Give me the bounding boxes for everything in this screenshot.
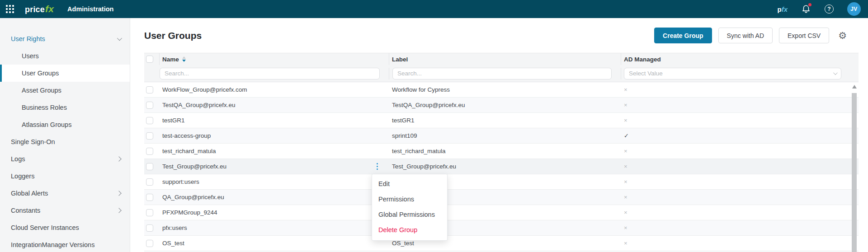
table-row[interactable]: WorkFlow_Group@pricefx.com Workflow for … <box>144 82 859 98</box>
table-row[interactable]: TestQA_Group@pricefx.eu TestQA_Group@pri… <box>144 98 859 113</box>
column-header-ad-managed[interactable]: AD Managed <box>621 56 859 63</box>
pfx-partition-icon[interactable]: pfx <box>777 5 788 13</box>
context-menu-item-global-permissions[interactable]: Global Permissions <box>372 207 447 222</box>
column-header-label-label: Label <box>392 56 408 63</box>
sidebar-item-cloud-server-instances[interactable]: Cloud Server Instances <box>0 219 130 236</box>
table-row[interactable]: PFXPMGroup_9244 × <box>144 205 859 220</box>
group-label-cell: TestQA_Group@pricefx.eu <box>392 102 465 108</box>
table-row[interactable]: test-access-group sprint109 ✓ <box>144 128 859 144</box>
ad-managed-cell: × <box>624 178 627 185</box>
sidebar-item-loggers[interactable]: Loggers <box>0 168 130 185</box>
table-row[interactable]: QA_Group@pricefx.eu × <box>144 190 859 205</box>
context-menu-item-edit[interactable]: Edit <box>372 176 447 191</box>
ad-managed-cell: × <box>624 194 627 201</box>
ad-managed-cell: ✓ <box>624 132 629 139</box>
name-filter-input[interactable] <box>160 68 380 79</box>
vertical-scrollbar[interactable] <box>851 83 858 252</box>
notifications-bell-icon[interactable] <box>801 4 811 14</box>
row-checkbox[interactable] <box>146 102 153 109</box>
context-menu-item-permissions[interactable]: Permissions <box>372 191 447 207</box>
select-all-checkbox[interactable] <box>146 56 153 63</box>
row-checkbox[interactable] <box>146 132 153 140</box>
logo-fx-text: fx <box>45 4 54 14</box>
row-checkbox[interactable] <box>146 148 153 155</box>
create-group-button[interactable]: Create Group <box>654 28 712 43</box>
group-name-cell: support:users <box>162 178 199 185</box>
sidebar-item-label: Atlassian Groups <box>22 121 71 128</box>
sidebar-item-label: User Groups <box>22 70 59 77</box>
user-groups-table: Name Label AD Managed <box>144 53 859 252</box>
sidebar-item-atlassian-groups[interactable]: Atlassian Groups <box>0 116 130 133</box>
sidebar-item-label: Business Roles <box>22 104 67 111</box>
select-placeholder: Select Value <box>629 70 663 77</box>
pfx-p: p <box>777 5 781 13</box>
group-label-cell: Workflow for Cypress <box>392 86 450 93</box>
sidebar-item-label: Cloud Server Instances <box>11 224 79 231</box>
sidebar-item-label: User Rights <box>11 35 45 42</box>
main-content: User Groups Create Group Sync with AD Ex… <box>130 18 868 252</box>
apps-grid-icon[interactable] <box>6 5 14 13</box>
group-name-cell: pfx:users <box>162 224 187 231</box>
table-row[interactable]: Test_Group@pricefx.eu Test_Group@pricefx… <box>144 159 859 174</box>
group-name-cell: TestQA_Group@pricefx.eu <box>162 102 236 108</box>
sync-with-ad-button[interactable]: Sync with AD <box>718 28 773 43</box>
chevron-icon <box>116 156 121 161</box>
row-actions-kebab-icon[interactable] <box>375 162 380 172</box>
pricefx-logo[interactable]: pricefx <box>25 4 54 14</box>
chevron-icon <box>116 191 121 196</box>
group-name-cell: PFXPMGroup_9244 <box>162 209 217 216</box>
sidebar-item-constants[interactable]: Constants <box>0 202 130 219</box>
sidebar-item-logs[interactable]: Logs <box>0 150 130 168</box>
group-label-cell: test_richard_matula <box>392 148 446 154</box>
header-checkbox-cell <box>144 53 160 65</box>
export-csv-button[interactable]: Export CSV <box>779 28 829 43</box>
table-row[interactable]: pfx:users × <box>144 220 859 236</box>
sidebar-item-label: IntegrationManager Versions <box>11 241 94 248</box>
sidebar-item-user-groups[interactable]: User Groups <box>0 65 130 82</box>
sort-icon[interactable] <box>182 56 186 62</box>
label-filter-input[interactable] <box>392 68 612 79</box>
context-menu-item-delete-group[interactable]: Delete Group <box>372 222 447 238</box>
top-navigation-bar: pricefx Administration pfx ? JV <box>0 0 868 18</box>
ad-managed-cell: × <box>624 102 627 108</box>
column-header-label[interactable]: Label <box>389 53 621 65</box>
row-checkbox[interactable] <box>146 86 153 93</box>
sidebar-item-user-rights[interactable]: User Rights <box>0 30 130 47</box>
sidebar-item-business-roles[interactable]: Business Roles <box>0 99 130 116</box>
settings-gear-icon[interactable]: ⚙ <box>838 31 847 40</box>
scroll-up-arrow-icon[interactable] <box>852 85 857 89</box>
scrollbar-thumb[interactable] <box>852 93 857 252</box>
help-icon[interactable]: ? <box>825 5 834 14</box>
ad-managed-filter-select[interactable]: Select Value <box>624 68 841 79</box>
ad-managed-cell: × <box>624 163 627 170</box>
column-header-name[interactable]: Name <box>160 53 389 65</box>
group-label-cell: sprint109 <box>392 132 417 139</box>
group-name-cell: OS_test <box>162 240 184 247</box>
row-checkbox[interactable] <box>146 240 153 247</box>
table-row[interactable]: OS_test OS_test × <box>144 236 859 251</box>
sidebar-item-label: Users <box>22 52 39 60</box>
ad-managed-cell: × <box>624 209 627 216</box>
user-avatar[interactable]: JV <box>847 2 861 16</box>
row-checkbox[interactable] <box>146 178 153 186</box>
sidebar-item-integrationmanager-versions[interactable]: IntegrationManager Versions <box>0 236 130 252</box>
sidebar-item-asset-groups[interactable]: Asset Groups <box>0 82 130 99</box>
sidebar-item-single-sign-on[interactable]: Single Sign-On <box>0 133 130 150</box>
group-name-cell: test_richard_matula <box>162 148 216 154</box>
group-name-cell: testGR1 <box>162 117 185 124</box>
table-row[interactable]: test_richard_matula test_richard_matula … <box>144 144 859 159</box>
sidebar-item-global-alerts[interactable]: Global Alerts <box>0 185 130 202</box>
row-checkbox[interactable] <box>146 117 153 124</box>
chevron-down-icon <box>833 70 838 75</box>
sidebar-item-label: Global Alerts <box>11 190 48 197</box>
ad-managed-cell: × <box>624 240 627 247</box>
row-checkbox[interactable] <box>146 194 153 201</box>
row-checkbox[interactable] <box>146 224 153 232</box>
table-row[interactable]: support:users × <box>144 174 859 190</box>
sidebar-item-users[interactable]: Users <box>0 47 130 65</box>
row-context-menu: EditPermissionsGlobal PermissionsDelete … <box>372 174 448 241</box>
row-checkbox[interactable] <box>146 209 153 216</box>
row-checkbox[interactable] <box>146 163 153 170</box>
table-row[interactable]: testGR1 testGR1 × <box>144 113 859 128</box>
group-name-cell: Test_Group@pricefx.eu <box>162 163 226 170</box>
